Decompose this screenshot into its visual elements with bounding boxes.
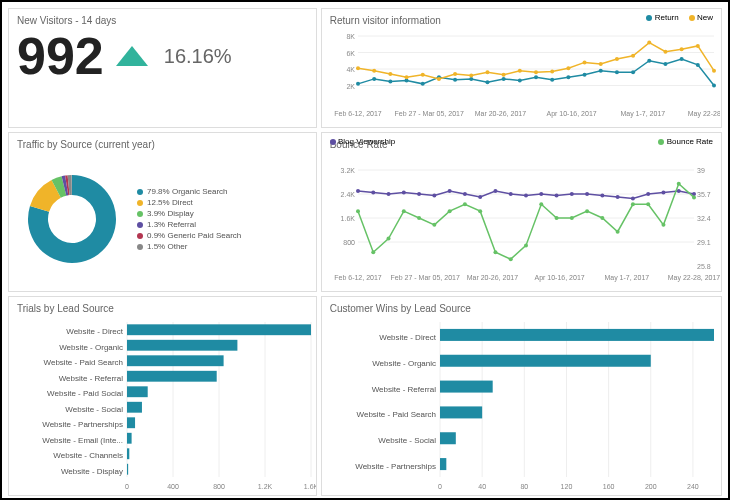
svg-text:Website - Paid Search: Website - Paid Search (44, 358, 123, 367)
svg-point-36 (437, 77, 441, 81)
svg-point-24 (615, 70, 619, 74)
traffic-panel: Traffic by Source (current year) 79.8% O… (8, 132, 317, 292)
svg-text:39: 39 (697, 167, 705, 174)
svg-point-80 (463, 192, 467, 196)
svg-point-31 (356, 66, 360, 70)
svg-point-81 (478, 195, 482, 199)
svg-point-39 (485, 70, 489, 74)
svg-text:1.6K: 1.6K (340, 215, 355, 222)
svg-point-96 (356, 209, 360, 213)
wins-chart: 04080120160200240Website - DirectWebsite… (330, 318, 720, 493)
svg-text:Website - Email (Inte...: Website - Email (Inte... (42, 436, 123, 445)
legend-new: New (697, 13, 713, 22)
svg-point-38 (469, 74, 473, 78)
svg-point-21 (566, 75, 570, 79)
bounce-panel: Bounce Rate Blog Viewership Bounce Rate … (321, 132, 722, 292)
svg-text:Website - Organic: Website - Organic (372, 359, 436, 368)
svg-text:800: 800 (343, 239, 355, 246)
svg-text:200: 200 (645, 483, 657, 490)
svg-text:Feb 27 - Mar 05, 2017: Feb 27 - Mar 05, 2017 (390, 274, 459, 281)
svg-point-109 (554, 216, 558, 220)
svg-point-74 (371, 191, 375, 195)
svg-point-20 (550, 78, 554, 82)
svg-text:160: 160 (602, 483, 614, 490)
svg-point-103 (463, 202, 467, 206)
svg-point-111 (585, 209, 589, 213)
bounce-chart: 8001.6K2.4K3.2K25.829.132.435.739Feb 6-1… (330, 154, 720, 284)
svg-point-48 (631, 54, 635, 58)
svg-rect-139 (127, 355, 224, 366)
svg-rect-179 (440, 458, 446, 470)
svg-text:Website - Partnerships: Website - Partnerships (355, 462, 436, 471)
svg-rect-149 (127, 433, 132, 444)
svg-text:May 22-28, 2017: May 22-28, 2017 (667, 274, 719, 282)
svg-text:Apr 10-16, 2017: Apr 10-16, 2017 (546, 110, 596, 118)
svg-text:25.8: 25.8 (697, 263, 711, 270)
svg-text:Feb 6-12, 2017: Feb 6-12, 2017 (334, 110, 382, 117)
svg-rect-141 (127, 371, 217, 382)
svg-point-106 (508, 257, 512, 261)
svg-text:0: 0 (125, 483, 129, 490)
svg-rect-171 (440, 355, 651, 367)
svg-text:240: 240 (687, 483, 699, 490)
svg-rect-173 (440, 381, 493, 393)
svg-text:Feb 27 - Mar 05, 2017: Feb 27 - Mar 05, 2017 (394, 110, 463, 117)
svg-rect-175 (440, 406, 482, 418)
trials-panel: Trials by Lead Source 04008001.2K1.6KWeb… (8, 296, 317, 496)
svg-text:Mar 20-26, 2017: Mar 20-26, 2017 (474, 110, 525, 117)
svg-text:40: 40 (478, 483, 486, 490)
svg-point-28 (679, 57, 683, 61)
trend-up-icon (116, 46, 148, 66)
svg-text:400: 400 (167, 483, 179, 490)
svg-point-108 (539, 202, 543, 206)
svg-text:800: 800 (213, 483, 225, 490)
svg-text:1.6K: 1.6K (304, 483, 317, 490)
return-visitor-panel: Return visitor information Return New 2K… (321, 8, 722, 128)
svg-point-99 (402, 209, 406, 213)
svg-rect-169 (440, 329, 714, 341)
svg-point-104 (478, 209, 482, 213)
legend-direct: 12.5% Direct (147, 198, 193, 207)
svg-rect-135 (127, 324, 311, 335)
svg-text:Website - Paid Social: Website - Paid Social (47, 389, 123, 398)
svg-point-88 (585, 192, 589, 196)
svg-point-16 (485, 80, 489, 84)
svg-point-91 (631, 197, 635, 201)
svg-text:32.4: 32.4 (697, 215, 711, 222)
svg-text:3.2K: 3.2K (340, 167, 355, 174)
svg-text:Website - Organic: Website - Organic (59, 343, 123, 352)
svg-point-98 (386, 237, 390, 241)
svg-rect-147 (127, 417, 135, 428)
svg-point-37 (453, 72, 457, 76)
svg-point-93 (661, 191, 665, 195)
svg-text:1.2K: 1.2K (258, 483, 273, 490)
traffic-donut-chart (17, 164, 127, 274)
svg-point-79 (447, 189, 451, 193)
bounce-legend: Blog Viewership Bounce Rate (330, 137, 713, 146)
svg-point-84 (524, 194, 528, 198)
svg-text:35.7: 35.7 (697, 191, 711, 198)
svg-rect-151 (127, 448, 129, 459)
svg-point-97 (371, 250, 375, 254)
svg-point-44 (566, 66, 570, 70)
svg-point-33 (388, 72, 392, 76)
svg-point-92 (646, 192, 650, 196)
svg-point-26 (647, 59, 651, 63)
svg-point-78 (432, 194, 436, 198)
svg-point-35 (420, 73, 424, 77)
legend-display: 3.9% Display (147, 209, 194, 218)
svg-point-46 (598, 62, 602, 66)
svg-point-22 (582, 73, 586, 77)
svg-point-25 (631, 70, 635, 74)
svg-point-9 (372, 77, 376, 81)
legend-organic: 79.8% Organic Search (147, 187, 228, 196)
svg-text:2K: 2K (346, 83, 355, 90)
kpi-change: 16.16% (164, 45, 232, 68)
svg-point-113 (615, 230, 619, 234)
svg-text:Mar 20-26, 2017: Mar 20-26, 2017 (466, 274, 517, 281)
traffic-legend: 79.8% Organic Search 12.5% Direct 3.9% D… (137, 187, 241, 251)
svg-point-116 (661, 223, 665, 227)
svg-rect-143 (127, 386, 148, 397)
svg-rect-145 (127, 402, 142, 413)
svg-text:0: 0 (438, 483, 442, 490)
